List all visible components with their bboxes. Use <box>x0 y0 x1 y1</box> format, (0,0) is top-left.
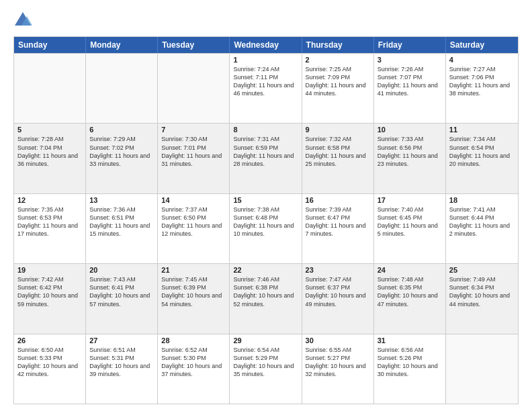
cell-info: Sunrise: 7:37 AM Sunset: 6:50 PM Dayligh… <box>161 205 226 238</box>
cal-cell-6: 6Sunrise: 7:29 AM Sunset: 7:02 PM Daylig… <box>86 124 158 193</box>
cal-cell-21: 21Sunrise: 7:45 AM Sunset: 6:39 PM Dayli… <box>158 264 230 333</box>
cell-info: Sunrise: 6:50 AM Sunset: 5:33 PM Dayligh… <box>17 346 82 379</box>
day-number: 1 <box>233 56 298 64</box>
day-number: 17 <box>378 196 442 204</box>
cal-cell-30: 30Sunrise: 6:55 AM Sunset: 5:27 PM Dayli… <box>302 334 374 404</box>
cell-info: Sunrise: 7:39 AM Sunset: 6:47 PM Dayligh… <box>306 205 370 238</box>
day-number: 26 <box>17 336 82 345</box>
cell-info: Sunrise: 7:30 AM Sunset: 7:01 PM Dayligh… <box>161 135 226 168</box>
cell-info: Sunrise: 7:42 AM Sunset: 6:42 PM Dayligh… <box>17 275 82 308</box>
cell-info: Sunrise: 7:47 AM Sunset: 6:37 PM Dayligh… <box>306 275 370 308</box>
logo-icon <box>13 11 32 30</box>
day-number: 13 <box>89 196 154 204</box>
day-number: 25 <box>449 266 515 274</box>
cal-cell-26: 26Sunrise: 6:50 AM Sunset: 5:33 PM Dayli… <box>14 334 86 404</box>
calendar-row-3: 12Sunrise: 7:35 AM Sunset: 6:53 PM Dayli… <box>14 193 518 263</box>
day-number: 6 <box>89 126 154 134</box>
cal-cell-empty-0 <box>14 54 86 123</box>
day-number: 27 <box>89 336 154 345</box>
cal-cell-empty-6 <box>446 334 518 404</box>
cal-cell-23: 23Sunrise: 7:47 AM Sunset: 6:37 PM Dayli… <box>302 264 374 333</box>
cell-info: Sunrise: 7:36 AM Sunset: 6:51 PM Dayligh… <box>89 205 154 238</box>
cal-cell-15: 15Sunrise: 7:38 AM Sunset: 6:48 PM Dayli… <box>230 194 302 263</box>
day-number: 20 <box>89 266 154 274</box>
cal-cell-17: 17Sunrise: 7:40 AM Sunset: 6:45 PM Dayli… <box>374 194 446 263</box>
cell-info: Sunrise: 7:33 AM Sunset: 6:56 PM Dayligh… <box>378 135 442 168</box>
day-number: 5 <box>17 126 82 134</box>
day-number: 29 <box>233 336 298 345</box>
cell-info: Sunrise: 6:54 AM Sunset: 5:29 PM Dayligh… <box>233 346 298 379</box>
day-number: 30 <box>306 336 370 345</box>
calendar-row-1: 1Sunrise: 7:24 AM Sunset: 7:11 PM Daylig… <box>14 53 518 123</box>
cell-info: Sunrise: 7:49 AM Sunset: 6:34 PM Dayligh… <box>449 275 515 308</box>
cal-cell-14: 14Sunrise: 7:37 AM Sunset: 6:50 PM Dayli… <box>158 194 230 263</box>
header-day-sunday: Sunday <box>14 37 86 53</box>
cell-info: Sunrise: 7:32 AM Sunset: 6:58 PM Dayligh… <box>306 135 370 168</box>
day-number: 9 <box>306 126 370 134</box>
day-number: 19 <box>17 266 82 274</box>
cal-cell-28: 28Sunrise: 6:52 AM Sunset: 5:30 PM Dayli… <box>158 334 230 404</box>
calendar-row-4: 19Sunrise: 7:42 AM Sunset: 6:42 PM Dayli… <box>14 263 518 333</box>
day-number: 23 <box>306 266 370 274</box>
calendar-header: SundayMondayTuesdayWednesdayThursdayFrid… <box>14 37 518 53</box>
cal-cell-5: 5Sunrise: 7:28 AM Sunset: 7:04 PM Daylig… <box>14 124 86 193</box>
cal-cell-7: 7Sunrise: 7:30 AM Sunset: 7:01 PM Daylig… <box>158 124 230 193</box>
calendar-body: 1Sunrise: 7:24 AM Sunset: 7:11 PM Daylig… <box>14 53 518 404</box>
day-number: 10 <box>378 126 442 134</box>
header-day-wednesday: Wednesday <box>230 37 302 53</box>
day-number: 28 <box>161 336 226 345</box>
cal-cell-27: 27Sunrise: 6:51 AM Sunset: 5:31 PM Dayli… <box>86 334 158 404</box>
header-day-thursday: Thursday <box>302 37 374 53</box>
cal-cell-25: 25Sunrise: 7:49 AM Sunset: 6:34 PM Dayli… <box>446 264 518 333</box>
cal-cell-11: 11Sunrise: 7:34 AM Sunset: 6:54 PM Dayli… <box>446 124 518 193</box>
cell-info: Sunrise: 7:31 AM Sunset: 6:59 PM Dayligh… <box>233 135 298 168</box>
day-number: 24 <box>378 266 442 274</box>
cal-cell-2: 2Sunrise: 7:25 AM Sunset: 7:09 PM Daylig… <box>302 54 374 123</box>
header <box>13 11 519 30</box>
cell-info: Sunrise: 7:46 AM Sunset: 6:38 PM Dayligh… <box>233 275 298 308</box>
cal-cell-16: 16Sunrise: 7:39 AM Sunset: 6:47 PM Dayli… <box>302 194 374 263</box>
cal-cell-20: 20Sunrise: 7:43 AM Sunset: 6:41 PM Dayli… <box>86 264 158 333</box>
cal-cell-empty-2 <box>158 54 230 123</box>
day-number: 8 <box>233 126 298 134</box>
header-day-tuesday: Tuesday <box>158 37 230 53</box>
calendar-row-5: 26Sunrise: 6:50 AM Sunset: 5:33 PM Dayli… <box>14 334 518 404</box>
day-number: 7 <box>161 126 226 134</box>
cal-cell-31: 31Sunrise: 6:56 AM Sunset: 5:26 PM Dayli… <box>374 334 446 404</box>
cell-info: Sunrise: 7:38 AM Sunset: 6:48 PM Dayligh… <box>233 205 298 238</box>
cell-info: Sunrise: 7:27 AM Sunset: 7:06 PM Dayligh… <box>449 65 515 98</box>
cal-cell-22: 22Sunrise: 7:46 AM Sunset: 6:38 PM Dayli… <box>230 264 302 333</box>
cell-info: Sunrise: 7:45 AM Sunset: 6:39 PM Dayligh… <box>161 275 226 308</box>
logo <box>13 11 35 30</box>
day-number: 22 <box>233 266 298 274</box>
cell-info: Sunrise: 7:28 AM Sunset: 7:04 PM Dayligh… <box>17 135 82 168</box>
day-number: 11 <box>449 126 515 134</box>
day-number: 14 <box>161 196 226 204</box>
day-number: 12 <box>17 196 82 204</box>
cal-cell-3: 3Sunrise: 7:26 AM Sunset: 7:07 PM Daylig… <box>374 54 446 123</box>
day-number: 3 <box>378 56 442 64</box>
calendar: SundayMondayTuesdayWednesdayThursdayFrid… <box>13 36 519 404</box>
header-day-monday: Monday <box>86 37 158 53</box>
cell-info: Sunrise: 7:48 AM Sunset: 6:35 PM Dayligh… <box>378 275 442 308</box>
day-number: 15 <box>233 196 298 204</box>
cal-cell-19: 19Sunrise: 7:42 AM Sunset: 6:42 PM Dayli… <box>14 264 86 333</box>
header-day-friday: Friday <box>374 37 446 53</box>
day-number: 21 <box>161 266 226 274</box>
cell-info: Sunrise: 7:26 AM Sunset: 7:07 PM Dayligh… <box>378 65 442 98</box>
cell-info: Sunrise: 6:55 AM Sunset: 5:27 PM Dayligh… <box>306 346 370 379</box>
cal-cell-empty-1 <box>86 54 158 123</box>
cell-info: Sunrise: 7:41 AM Sunset: 6:44 PM Dayligh… <box>449 205 515 238</box>
calendar-row-2: 5Sunrise: 7:28 AM Sunset: 7:04 PM Daylig… <box>14 123 518 193</box>
cell-info: Sunrise: 7:35 AM Sunset: 6:53 PM Dayligh… <box>17 205 82 238</box>
header-day-saturday: Saturday <box>446 37 518 53</box>
cell-info: Sunrise: 7:24 AM Sunset: 7:11 PM Dayligh… <box>233 65 298 98</box>
cell-info: Sunrise: 7:25 AM Sunset: 7:09 PM Dayligh… <box>306 65 370 98</box>
cell-info: Sunrise: 7:34 AM Sunset: 6:54 PM Dayligh… <box>449 135 515 168</box>
cal-cell-1: 1Sunrise: 7:24 AM Sunset: 7:11 PM Daylig… <box>230 54 302 123</box>
cell-info: Sunrise: 7:40 AM Sunset: 6:45 PM Dayligh… <box>378 205 442 238</box>
cal-cell-29: 29Sunrise: 6:54 AM Sunset: 5:29 PM Dayli… <box>230 334 302 404</box>
day-number: 16 <box>306 196 370 204</box>
cal-cell-12: 12Sunrise: 7:35 AM Sunset: 6:53 PM Dayli… <box>14 194 86 263</box>
cell-info: Sunrise: 6:56 AM Sunset: 5:26 PM Dayligh… <box>378 346 442 379</box>
